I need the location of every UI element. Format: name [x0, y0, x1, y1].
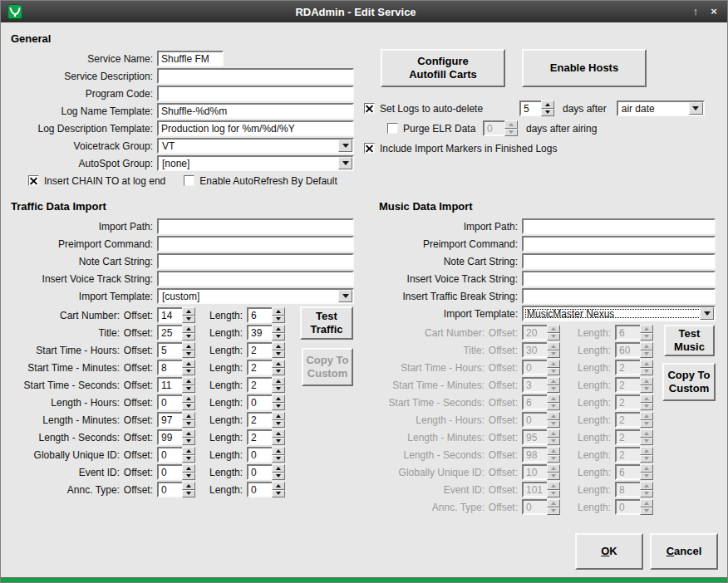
length-spinbox[interactable]: 6 [247, 307, 285, 323]
length-spinbox[interactable]: 2 [247, 342, 285, 358]
spin-up-icon[interactable] [182, 377, 195, 385]
spin-up-icon[interactable] [272, 394, 285, 403]
spin-down-icon[interactable] [272, 385, 285, 394]
offset-spinbox[interactable]: 0 [157, 394, 195, 410]
traffic-import-path-input[interactable] [157, 218, 354, 234]
spin-up-icon[interactable] [182, 464, 195, 473]
shade-window-button[interactable]: ↑ [689, 1, 702, 22]
auto-refresh-checkbox[interactable] [184, 175, 194, 186]
spin-up-icon[interactable] [182, 307, 195, 316]
music-insert-voice-track-string-input[interactable] [522, 271, 716, 287]
traffic-import-template-select[interactable]: [custom] [157, 288, 354, 304]
autospot-group-select[interactable]: [none] [157, 155, 354, 171]
test-music-button[interactable]: Test Music [664, 325, 715, 356]
traffic-note-cart-string-input[interactable] [157, 253, 354, 269]
offset-spinbox[interactable]: 97 [157, 412, 195, 428]
spin-down-icon[interactable] [182, 333, 195, 341]
spin-up-icon[interactable] [272, 447, 285, 455]
service-description-input[interactable] [157, 68, 354, 84]
spin-up-icon[interactable] [272, 377, 285, 385]
import-markers-checkbox[interactable] [364, 143, 375, 154]
music-insert-traffic-break-string-input[interactable] [522, 288, 716, 304]
spin-down-icon[interactable] [272, 455, 285, 463]
spin-down-icon[interactable] [182, 403, 195, 411]
auto-delete-reference-select[interactable]: air date [617, 100, 705, 116]
spin-up-icon[interactable] [272, 429, 285, 438]
spin-up-icon[interactable] [182, 429, 195, 438]
music-copy-to-custom-button[interactable]: Copy To Custom [662, 363, 716, 401]
offset-spinbox[interactable]: 14 [157, 307, 195, 323]
traffic-insert-voice-track-string-input[interactable] [157, 271, 354, 287]
spin-down-icon[interactable] [272, 490, 285, 498]
length-spinbox[interactable]: 0 [247, 394, 285, 410]
voicetrack-group-select[interactable]: VT [157, 138, 354, 154]
ok-button[interactable]: OK [575, 533, 643, 570]
spin-down-icon[interactable] [272, 473, 285, 481]
spin-down-icon[interactable] [182, 350, 195, 359]
insert-chain-checkbox[interactable] [28, 175, 39, 186]
spin-up-icon[interactable] [182, 447, 195, 455]
offset-spinbox[interactable]: 0 [157, 464, 195, 480]
cancel-button[interactable]: Cancel [650, 533, 718, 570]
spin-up-icon[interactable] [182, 412, 195, 420]
spin-down-icon[interactable] [272, 403, 285, 411]
offset-spinbox[interactable]: 11 [157, 377, 195, 393]
offset-spinbox[interactable]: 0 [157, 447, 195, 463]
music-note-cart-string-input[interactable] [522, 253, 716, 269]
spin-down-icon[interactable] [182, 368, 195, 376]
log-description-template-input[interactable] [157, 120, 354, 136]
length-spinbox[interactable]: 0 [247, 447, 285, 463]
auto-delete-days-spinbox[interactable]: 5 [519, 100, 554, 116]
spin-up-icon[interactable] [272, 342, 285, 350]
spin-down-icon[interactable] [272, 333, 285, 341]
spin-up-icon[interactable] [272, 325, 285, 333]
spin-up-icon[interactable] [541, 100, 554, 109]
music-import-path-input[interactable] [522, 218, 716, 234]
service-name-input[interactable] [157, 51, 224, 66]
spin-up-icon[interactable] [182, 360, 195, 368]
music-preimport-command-input[interactable] [522, 236, 716, 252]
spin-up-icon[interactable] [272, 307, 285, 316]
configure-autofill-carts-button[interactable]: Configure Autofill Carts [381, 49, 505, 87]
spin-up-icon[interactable] [182, 342, 195, 350]
spin-up-icon[interactable] [272, 464, 285, 473]
enable-hosts-button[interactable]: Enable Hosts [522, 49, 647, 87]
spin-down-icon[interactable] [272, 438, 285, 446]
length-spinbox[interactable]: 0 [247, 482, 285, 497]
length-spinbox[interactable]: 2 [247, 429, 285, 445]
offset-spinbox[interactable]: 8 [157, 360, 195, 375]
offset-spinbox[interactable]: 5 [157, 342, 195, 358]
spin-down-icon[interactable] [182, 420, 195, 429]
spin-down-icon[interactable] [182, 455, 195, 463]
length-spinbox[interactable]: 39 [247, 325, 285, 340]
spin-up-icon[interactable] [182, 482, 195, 490]
spin-down-icon[interactable] [272, 368, 285, 376]
traffic-preimport-command-input[interactable] [157, 236, 354, 252]
auto-delete-checkbox[interactable] [364, 103, 375, 114]
program-code-input[interactable] [157, 86, 354, 101]
spin-up-icon[interactable] [182, 325, 195, 333]
music-import-template-select[interactable]: MusicMaster Nexus [522, 306, 716, 321]
test-traffic-button[interactable]: Test Traffic [300, 306, 353, 340]
spin-up-icon[interactable] [272, 412, 285, 420]
spin-up-icon[interactable] [272, 360, 285, 368]
spin-up-icon[interactable] [182, 394, 195, 403]
spin-down-icon[interactable] [182, 438, 195, 446]
spin-down-icon[interactable] [272, 420, 285, 429]
spin-down-icon[interactable] [182, 490, 195, 498]
spin-up-icon[interactable] [272, 482, 285, 490]
log-name-template-input[interactable] [157, 103, 354, 119]
purge-elr-checkbox[interactable] [387, 123, 398, 134]
spin-down-icon[interactable] [272, 316, 285, 324]
spin-down-icon[interactable] [182, 316, 195, 324]
length-spinbox[interactable]: 2 [247, 412, 285, 428]
offset-spinbox[interactable]: 99 [157, 429, 195, 445]
close-window-button[interactable]: × [707, 1, 721, 22]
offset-spinbox[interactable]: 0 [157, 482, 195, 497]
spin-down-icon[interactable] [182, 473, 195, 481]
spin-down-icon[interactable] [541, 109, 554, 117]
length-spinbox[interactable]: 2 [247, 377, 285, 393]
offset-spinbox[interactable]: 25 [157, 325, 195, 340]
spin-down-icon[interactable] [182, 385, 195, 394]
spin-down-icon[interactable] [272, 350, 285, 359]
